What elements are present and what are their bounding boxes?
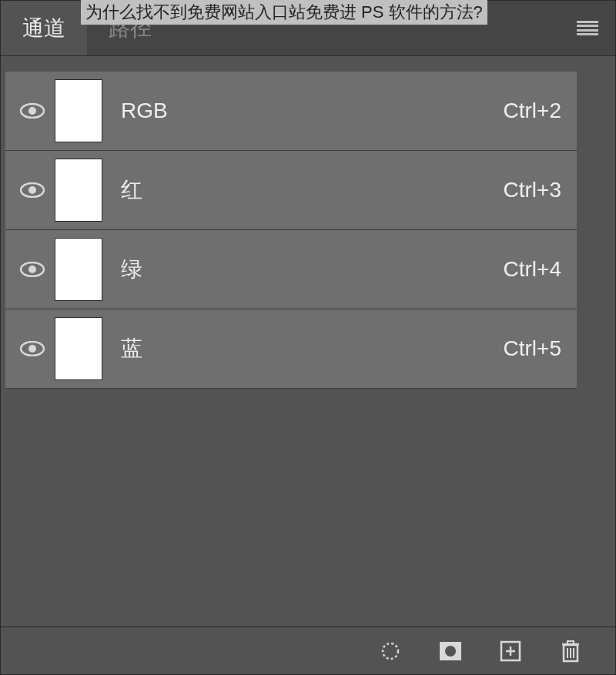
eye-icon [20,341,45,356]
visibility-toggle[interactable] [13,341,52,356]
channel-shortcut-label: Ctrl+3 [504,178,561,202]
channel-row-blue[interactable]: 蓝 Ctrl+5 [5,309,577,389]
channel-shortcut-label: Ctrl+4 [504,257,561,282]
visibility-toggle[interactable] [13,182,52,198]
save-selection-button[interactable] [437,637,464,665]
svg-point-10 [445,646,456,657]
svg-point-3 [28,186,36,194]
channel-shortcut-label: Ctrl+5 [504,336,561,361]
svg-point-5 [28,266,36,273]
svg-point-8 [383,643,398,659]
channel-thumbnail [55,159,102,222]
eye-icon [20,103,45,119]
delete-channel-button[interactable] [557,637,584,665]
channel-name-label: 绿 [121,255,504,284]
new-icon [499,640,522,663]
panel-menu-button[interactable] [560,1,615,55]
visibility-toggle[interactable] [13,262,52,277]
channel-row-rgb[interactable]: RGB Ctrl+2 [5,72,577,151]
channel-name-label: RGB [121,99,504,123]
visibility-toggle[interactable] [13,103,52,119]
svg-rect-16 [567,641,574,644]
channel-row-green[interactable]: 绿 Ctrl+4 [5,230,577,309]
eye-icon [20,182,45,198]
tab-channels[interactable]: 通道 [1,1,87,55]
new-channel-button[interactable] [497,637,524,665]
load-selection-button[interactable] [377,637,404,665]
channel-row-red[interactable]: 红 Ctrl+3 [5,151,577,230]
hamburger-icon [577,21,598,36]
svg-point-7 [28,345,36,353]
channel-name-label: 蓝 [121,334,504,363]
svg-point-1 [28,107,36,115]
channel-thumbnail [55,238,102,301]
channel-name-label: 红 [121,175,504,205]
channel-thumbnail [55,317,102,380]
bottom-toolbar [1,627,615,674]
mask-icon [438,640,463,662]
channel-thumbnail [55,79,102,142]
channel-shortcut-label: Ctrl+2 [504,99,561,123]
overlay-banner: 为什么找不到免费网站入口站免费进 PS 软件的方法? [81,0,487,25]
eye-icon [20,262,45,277]
dashed-circle-icon [380,640,401,662]
channel-list: RGB Ctrl+2 红 Ctrl+3 绿 Ctrl [1,56,615,627]
channels-panel: 通道 路径 RGB Ctrl+2 [0,0,616,675]
trash-icon [560,639,581,663]
